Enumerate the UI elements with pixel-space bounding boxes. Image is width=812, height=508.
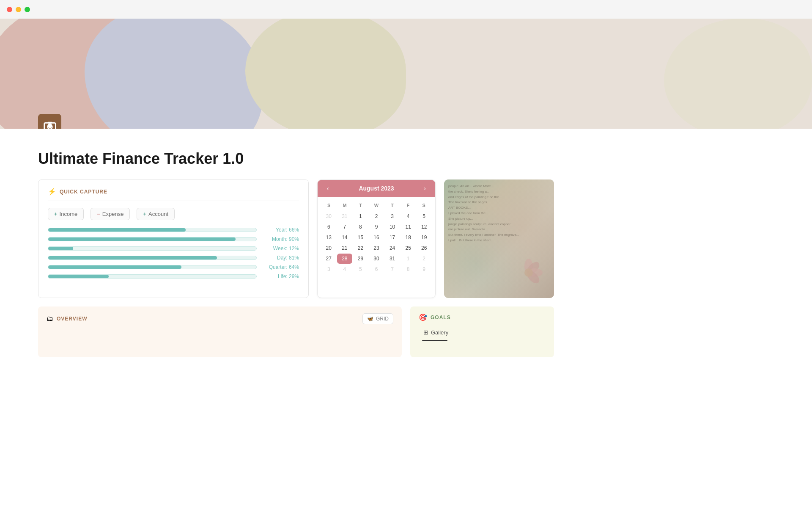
account-button[interactable]: + Account xyxy=(137,208,175,220)
calendar-cell[interactable]: 3 xyxy=(384,211,400,221)
calendar-cell[interactable]: 20 xyxy=(321,243,337,253)
calendar-cell[interactable]: 6 xyxy=(321,222,337,232)
photo-card: people. An art... where More... the chec… xyxy=(444,179,554,298)
calendar-cell[interactable]: 30 xyxy=(369,254,384,264)
calendar-cell[interactable]: 31 xyxy=(384,254,400,264)
calendar-day-name: S xyxy=(416,201,432,210)
progress-item: Week: 12% xyxy=(48,246,299,251)
calendar-next-button[interactable]: › xyxy=(421,184,428,193)
progress-bar-container xyxy=(48,256,257,260)
calendar-cell[interactable]: 21 xyxy=(337,243,353,253)
calendar-cell[interactable]: 7 xyxy=(337,222,353,232)
photo-placeholder: people. An art... where More... the chec… xyxy=(444,179,554,298)
expense-minus-icon: − xyxy=(97,211,100,217)
calendar-cell[interactable]: 12 xyxy=(416,222,432,232)
calendar-cell[interactable]: 7 xyxy=(384,264,400,274)
calendar-cell[interactable]: 5 xyxy=(353,264,368,274)
calendar-cell[interactable]: 9 xyxy=(416,264,432,274)
svg-point-9 xyxy=(524,268,533,277)
calendar-cell[interactable]: 19 xyxy=(416,232,432,243)
progress-bar-fill xyxy=(48,247,73,250)
calendar-cell[interactable]: 2 xyxy=(416,254,432,264)
calendar-cell[interactable]: 24 xyxy=(384,243,400,253)
progress-bar-container xyxy=(48,228,257,232)
calendar-cell[interactable]: 16 xyxy=(369,232,384,243)
lightning-icon: ⚡ xyxy=(48,188,56,196)
progress-item: Life: 29% xyxy=(48,273,299,279)
calendar-day-names: SMTWTFS xyxy=(321,201,432,210)
capture-buttons: + Income − Expense + Account xyxy=(48,208,299,220)
goals-header: 🎯 GOALS xyxy=(419,313,546,321)
calendar-cell[interactable]: 8 xyxy=(353,222,368,232)
calendar-cell[interactable]: 18 xyxy=(401,232,416,243)
calendar-cell[interactable]: 26 xyxy=(416,243,432,253)
expense-label: Expense xyxy=(102,211,124,217)
calendar-cell[interactable]: 31 xyxy=(337,211,353,221)
income-button[interactable]: + Income xyxy=(48,208,84,220)
calendar-cell[interactable]: 15 xyxy=(353,232,368,243)
calendar-day-name: T xyxy=(353,201,368,210)
overview-title: OVERVIEW xyxy=(57,316,87,322)
maximize-button[interactable] xyxy=(25,7,30,12)
calendar-cell[interactable]: 29 xyxy=(353,254,368,264)
page-body: Ultimate Finance Tracker 1.0 ⚡ QUICK CAP… xyxy=(0,129,592,374)
calendar-cell[interactable]: 30 xyxy=(321,211,337,221)
progress-bar-fill xyxy=(48,228,186,232)
account-label: Account xyxy=(148,211,168,217)
calendar-cell[interactable]: 1 xyxy=(401,254,416,264)
calendar-cell[interactable]: 11 xyxy=(401,222,416,232)
grid-view-button[interactable]: 🦋 GRID xyxy=(362,313,393,324)
calendar-cell[interactable]: 14 xyxy=(337,232,353,243)
calendar-cell[interactable]: 17 xyxy=(384,232,400,243)
progress-label: Life: 29% xyxy=(261,273,299,279)
calendar-cell[interactable]: 3 xyxy=(321,264,337,274)
calendar-body: SMTWTFS 30311234567891011121314151617181… xyxy=(318,197,435,279)
calendar-cell[interactable]: 5 xyxy=(416,211,432,221)
calendar-grid: 3031123456789101112131415161718192021222… xyxy=(321,211,432,274)
calendar-cell[interactable]: 10 xyxy=(384,222,400,232)
calendar-day-name: T xyxy=(384,201,400,210)
money-icon xyxy=(43,119,57,129)
gallery-button[interactable]: ⊞ Gallery xyxy=(419,326,546,338)
grid-label: GRID xyxy=(376,316,389,322)
bottom-grid: 🗂 OVERVIEW 🦋 GRID 🎯 GOALS ⊞ xyxy=(38,306,554,357)
titlebar xyxy=(0,0,812,19)
calendar-cell[interactable]: 2 xyxy=(369,211,384,221)
blob-lavender xyxy=(85,19,262,129)
goals-title: GOALS xyxy=(431,315,451,320)
progress-label: Day: 81% xyxy=(261,255,299,261)
calendar-cell[interactable]: 8 xyxy=(401,264,416,274)
calendar-day-name: W xyxy=(368,201,384,210)
progress-item: Day: 81% xyxy=(48,255,299,261)
income-plus-icon: + xyxy=(54,211,58,217)
calendar-cell[interactable]: 9 xyxy=(369,222,384,232)
close-button[interactable] xyxy=(7,7,12,12)
progress-bar-container xyxy=(48,274,257,279)
minimize-button[interactable] xyxy=(16,7,21,12)
grid-butterfly-icon: 🦋 xyxy=(367,316,373,322)
calendar-cell[interactable]: 25 xyxy=(401,243,416,253)
progress-item: Month: 90% xyxy=(48,236,299,242)
expense-button[interactable]: − Expense xyxy=(91,208,130,220)
calendar-cell[interactable]: 27 xyxy=(321,254,337,264)
calendar-cell[interactable]: 23 xyxy=(369,243,384,253)
calendar-cell[interactable]: 1 xyxy=(353,211,368,221)
overview-card: 🗂 OVERVIEW 🦋 GRID xyxy=(38,306,402,357)
income-label: Income xyxy=(60,211,78,217)
svg-point-4 xyxy=(48,125,51,128)
quick-capture-title: QUICK CAPTURE xyxy=(60,189,107,195)
calendar-cell[interactable]: 22 xyxy=(353,243,368,253)
calendar-cell[interactable]: 6 xyxy=(369,264,384,274)
page-title: Ultimate Finance Tracker 1.0 xyxy=(38,150,554,168)
calendar-cell[interactable]: 28 xyxy=(337,254,353,264)
goals-content: ⊞ Gallery xyxy=(419,326,546,341)
calendar-cell[interactable]: 4 xyxy=(337,264,353,274)
calendar-card: ‹ August 2023 › SMTWTFS 3031123456789101… xyxy=(317,179,436,298)
calendar-cell[interactable]: 13 xyxy=(321,232,337,243)
progress-label: Week: 12% xyxy=(261,246,299,251)
main-content: Ultimate Finance Tracker 1.0 ⚡ QUICK CAP… xyxy=(0,19,812,374)
calendar-cell[interactable]: 4 xyxy=(401,211,416,221)
calendar-prev-button[interactable]: ‹ xyxy=(324,184,332,193)
calendar-header: ‹ August 2023 › xyxy=(318,180,435,197)
overview-icon: 🗂 xyxy=(47,315,53,323)
